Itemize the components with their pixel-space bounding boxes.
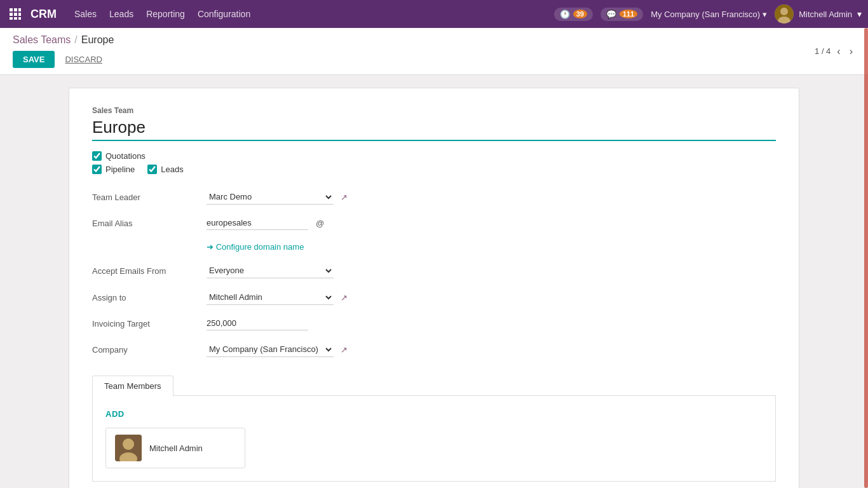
form-fields: Team Leader Marc Demo ↗ Email Alias @ ➜ … (92, 189, 776, 357)
tab-header: Team Members (92, 375, 776, 396)
apps-icon[interactable] (6, 5, 24, 23)
tab-section: Team Members ADD Mitchell Admin (92, 375, 776, 482)
svg-rect-4 (14, 13, 17, 16)
breadcrumb-current: Europe (81, 34, 114, 46)
tab-team-members[interactable]: Team Members (92, 376, 173, 396)
assign-to-select[interactable]: Mitchell Admin (207, 290, 334, 305)
quotations-checkbox[interactable] (92, 151, 102, 161)
user-name-label: Mitchell Admin (799, 10, 852, 19)
svg-rect-7 (14, 17, 17, 20)
nav-reporting[interactable]: Reporting (146, 9, 185, 19)
scrollbar-accent (864, 28, 868, 488)
configure-domain-row: ➜ Configure domain name (207, 241, 776, 252)
checkbox-row-quotations: Quotations (92, 151, 776, 161)
company-field: My Company (San Francisco) ↗ (207, 342, 776, 357)
quotations-checkbox-item[interactable]: Quotations (92, 151, 146, 161)
next-page-button[interactable]: › (847, 46, 855, 57)
team-leader-external-link[interactable]: ↗ (339, 193, 349, 202)
pipeline-checkbox-item[interactable]: Pipeline (92, 165, 135, 174)
members-list: Mitchell Admin (105, 428, 763, 468)
top-navigation: CRM Sales Leads Reporting Configuration … (0, 0, 868, 28)
svg-rect-2 (18, 8, 21, 11)
accept-emails-field: Everyone (207, 263, 776, 278)
leads-label: Leads (161, 165, 183, 174)
email-alias-label: Email Alias (92, 219, 207, 228)
svg-rect-5 (18, 13, 21, 16)
arrow-right-icon: ➜ (207, 242, 216, 252)
user-chevron-icon: ▾ (857, 9, 862, 19)
form-card: Sales Team Quotations Pipeline Leads Tea… (69, 88, 799, 488)
leads-checkbox[interactable] (147, 165, 157, 174)
save-button[interactable]: SAVE (13, 51, 55, 68)
pipeline-label: Pipeline (105, 165, 135, 174)
svg-point-13 (123, 438, 134, 450)
tab-content-team-members: ADD Mitchell Admin (92, 396, 776, 482)
breadcrumb-parent[interactable]: Sales Teams (13, 34, 71, 46)
team-name-input[interactable] (92, 118, 776, 141)
clock-icon: 🕐 (560, 10, 570, 19)
pipeline-checkbox[interactable] (92, 165, 102, 174)
assign-to-field: Mitchell Admin ↗ (207, 290, 776, 305)
discard-button[interactable]: DISCARD (60, 51, 107, 68)
email-alias-input[interactable] (207, 216, 308, 230)
svg-rect-0 (10, 8, 13, 11)
quotations-label: Quotations (105, 151, 146, 161)
accept-emails-label: Accept Emails From (92, 266, 207, 276)
at-symbol: @ (316, 219, 324, 228)
member-name: Mitchell Admin (149, 444, 203, 453)
main-content: Sales Team Quotations Pipeline Leads Tea… (0, 75, 868, 488)
chat-count: 111 (620, 10, 637, 18)
button-bar: SAVE DISCARD (13, 51, 114, 68)
team-leader-label: Team Leader (92, 193, 207, 202)
clock-count: 39 (573, 10, 587, 18)
user-menu[interactable]: Mitchell Admin ▾ (775, 4, 862, 24)
pagination-label: 1 / 4 (815, 46, 831, 56)
breadcrumb: Sales Teams / Europe (13, 34, 114, 46)
pagination: 1 / 4 ‹ › (815, 46, 855, 57)
user-avatar (775, 4, 794, 24)
svg-rect-8 (18, 17, 21, 20)
team-leader-field: Marc Demo ↗ (207, 189, 776, 205)
configure-domain-link[interactable]: ➜ Configure domain name (207, 242, 304, 252)
checkbox-row-pipeline: Pipeline Leads (92, 165, 776, 174)
breadcrumb-separator: / (74, 34, 77, 46)
company-external-link[interactable]: ↗ (339, 345, 349, 355)
assign-to-external-link[interactable]: ↗ (339, 293, 349, 302)
main-nav: Sales Leads Reporting Configuration (74, 9, 250, 19)
assign-to-label: Assign to (92, 293, 207, 302)
leads-checkbox-item[interactable]: Leads (147, 165, 183, 174)
clock-badge[interactable]: 🕐 39 (554, 8, 593, 21)
team-leader-select[interactable]: Marc Demo (207, 189, 334, 205)
invoicing-target-input[interactable] (207, 316, 308, 330)
action-bar: Sales Teams / Europe SAVE DISCARD 1 / 4 … (0, 28, 868, 75)
chat-badge[interactable]: 💬 111 (600, 8, 643, 21)
accept-emails-select[interactable]: Everyone (207, 263, 334, 278)
nav-right-section: 🕐 39 💬 111 My Company (San Francisco) ▾ … (554, 4, 862, 24)
company-select[interactable]: My Company (San Francisco) (207, 342, 334, 357)
prev-page-button[interactable]: ‹ (834, 46, 843, 57)
svg-rect-3 (10, 13, 13, 16)
email-alias-field: @ (207, 216, 776, 230)
section-label: Sales Team (92, 106, 776, 115)
member-avatar (115, 435, 142, 461)
svg-rect-6 (10, 17, 13, 20)
nav-leads[interactable]: Leads (109, 9, 133, 19)
add-member-button[interactable]: ADD (105, 409, 125, 419)
invoicing-target-label: Invoicing Target (92, 319, 207, 329)
svg-rect-1 (14, 8, 17, 11)
nav-configuration[interactable]: Configuration (198, 9, 250, 19)
app-brand: CRM (31, 8, 57, 21)
list-item: Mitchell Admin (105, 428, 245, 468)
chat-icon: 💬 (606, 10, 616, 19)
company-selector[interactable]: My Company (San Francisco) ▾ (651, 10, 767, 19)
company-label: Company (92, 345, 207, 355)
company-name: My Company (San Francisco) (651, 10, 760, 19)
invoicing-target-field (207, 316, 776, 330)
nav-sales[interactable]: Sales (74, 9, 97, 19)
chevron-down-icon: ▾ (763, 10, 767, 19)
svg-point-10 (780, 8, 788, 15)
